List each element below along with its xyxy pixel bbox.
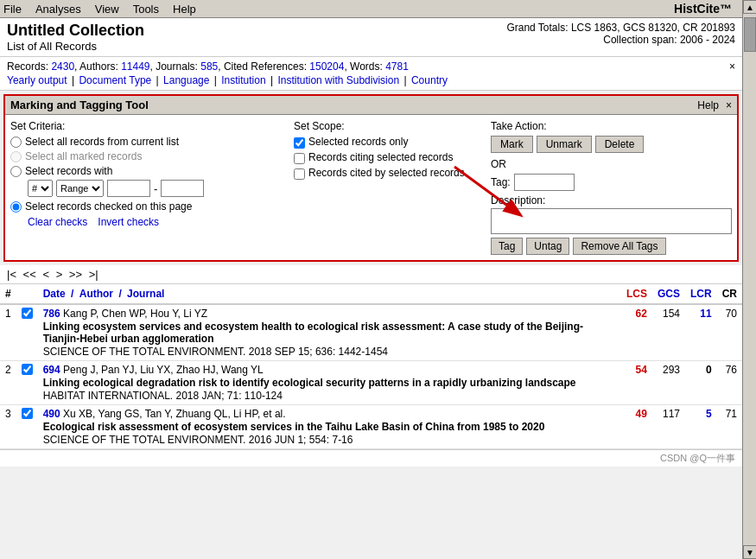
nav-prev[interactable]: <: [42, 268, 49, 281]
country-link[interactable]: Country: [411, 74, 448, 86]
record-check: [16, 304, 38, 361]
scope-label-cited-by: Records cited by selected records: [308, 167, 465, 179]
marking-tool-help-link[interactable]: Help: [697, 99, 719, 111]
menu-file[interactable]: File: [3, 3, 22, 16]
action-section: Take Action: Mark Unmark Delete OR Tag: …: [491, 120, 732, 255]
range-end-input[interactable]: [161, 180, 204, 197]
tag-action-buttons: Tag Untag Remove All Tags: [491, 238, 732, 255]
record-lcr: 11: [685, 304, 717, 361]
range-dash: -: [154, 182, 157, 195]
record-check: [16, 405, 38, 449]
institution-link[interactable]: Institution: [221, 74, 265, 86]
range-row: # Range -: [28, 180, 287, 197]
tag-row: Tag:: [491, 174, 732, 191]
record-main: 694 Peng J, Pan YJ, Liu YX, Zhao HJ, Wan…: [38, 361, 621, 405]
scroll-thumb[interactable]: [744, 17, 756, 52]
record-id-link[interactable]: 786: [43, 308, 60, 320]
criteria-radio-all-marked[interactable]: [10, 151, 22, 162]
stats-close-icon[interactable]: ×: [729, 60, 735, 73]
menu-analyses[interactable]: Analyses: [35, 3, 81, 16]
menu-view[interactable]: View: [95, 3, 119, 16]
words-link[interactable]: 4781: [385, 60, 409, 73]
range-type-select[interactable]: Range: [56, 180, 104, 197]
col-header-lcs: LCS: [621, 284, 652, 304]
record-id-link[interactable]: 490: [43, 408, 60, 420]
journals-link[interactable]: 585: [200, 60, 218, 73]
record-title: Linking ecosystem services and ecosystem…: [43, 321, 616, 345]
tag-input[interactable]: [514, 174, 575, 191]
scope-option-cited-by: Records cited by selected records: [294, 167, 484, 180]
record-gcs: 154: [652, 304, 685, 361]
stats-bar: Records: 2430, Authors: 11449, Journals:…: [0, 57, 742, 91]
record-checkbox[interactable]: [22, 308, 33, 319]
scope-checkbox-cited-by[interactable]: [294, 168, 305, 180]
record-main: 490 Xu XB, Yang GS, Tan Y, Zhuang QL, Li…: [38, 405, 621, 449]
document-type-link[interactable]: Document Type: [79, 74, 151, 86]
invert-checks-link[interactable]: Invert checks: [98, 216, 159, 228]
description-input[interactable]: [491, 208, 732, 234]
record-cr: 70: [717, 304, 742, 361]
words-label: Words:: [350, 60, 383, 73]
scope-option-selected-only: Selected records only: [294, 136, 484, 149]
nav-next-next[interactable]: >>: [69, 268, 82, 281]
col-author[interactable]: Author: [79, 288, 113, 300]
scope-label-citing: Records citing selected records: [308, 151, 453, 163]
nav-first[interactable]: |<: [7, 268, 16, 281]
table-row: 3 490 Xu XB, Yang GS, Tan Y, Zhuang QL, …: [0, 405, 742, 449]
record-checkbox[interactable]: [22, 364, 33, 375]
range-start-input[interactable]: [107, 180, 150, 197]
marking-tool-close-icon[interactable]: ×: [726, 99, 732, 111]
scroll-down-button[interactable]: ▼: [743, 545, 756, 559]
record-checkbox[interactable]: [22, 408, 33, 419]
marking-tool-body: Set Criteria: Select all records from cu…: [5, 115, 737, 260]
col-header-cr: CR: [717, 284, 742, 304]
clear-invert-row: Clear checks Invert checks: [28, 216, 287, 228]
menu-tools[interactable]: Tools: [133, 3, 159, 16]
scope-section: Set Scope: Selected records only Records…: [294, 120, 484, 255]
institution-subdivision-link[interactable]: Institution with Subdivision: [277, 74, 399, 86]
records-label: Records:: [7, 60, 48, 73]
scroll-up-button[interactable]: ▲: [743, 0, 756, 14]
record-title: Linking ecological degradation risk to i…: [43, 377, 616, 389]
col-header-gcs: GCS: [652, 284, 685, 304]
untag-button[interactable]: Untag: [526, 238, 569, 255]
record-id-link[interactable]: 694: [43, 364, 60, 376]
cited-refs-label: Cited References:: [224, 60, 307, 73]
unmark-button[interactable]: Unmark: [537, 136, 592, 153]
yearly-output-link[interactable]: Yearly output: [7, 74, 67, 86]
clear-checks-link[interactable]: Clear checks: [28, 216, 87, 228]
col-journal[interactable]: Journal: [127, 288, 164, 300]
scope-checkbox-citing[interactable]: [294, 153, 305, 164]
records-link[interactable]: 2430: [51, 60, 74, 73]
mark-button[interactable]: Mark: [491, 136, 533, 153]
nav-next[interactable]: >: [56, 268, 63, 281]
col-date[interactable]: Date: [43, 288, 66, 300]
scope-title: Set Scope:: [294, 120, 484, 132]
criteria-option-checked: Select records checked on this page: [10, 200, 287, 213]
language-link[interactable]: Language: [163, 74, 209, 86]
criteria-radio-checked[interactable]: [10, 201, 22, 213]
marking-tool-header: Marking and Tagging Tool Help ×: [5, 96, 737, 115]
col-header-date-author-journal: Date / Author / Journal: [38, 284, 621, 304]
cited-refs-link[interactable]: 150204: [309, 60, 344, 73]
col-header-lcr: LCR: [685, 284, 717, 304]
criteria-radio-all-current[interactable]: [10, 137, 22, 148]
menu-items: File Analyses View Tools Help: [3, 3, 196, 16]
scope-checkbox-selected-only[interactable]: [294, 137, 305, 149]
tag-button[interactable]: Tag: [491, 238, 523, 255]
record-authors: Kang P, Chen WP, Hou Y, Li YZ: [63, 308, 207, 320]
menu-help[interactable]: Help: [173, 3, 196, 16]
record-authors: Peng J, Pan YJ, Liu YX, Zhao HJ, Wang YL: [63, 364, 264, 376]
or-text: OR: [491, 158, 732, 170]
nav-prev-prev[interactable]: <<: [23, 268, 36, 281]
range-field-select[interactable]: #: [28, 180, 53, 197]
criteria-radio-select-with[interactable]: [10, 166, 22, 177]
nav-last[interactable]: >|: [89, 268, 98, 281]
remove-all-tags-button[interactable]: Remove All Tags: [573, 238, 665, 255]
app-brand: HistCite™: [674, 2, 732, 16]
authors-link[interactable]: 11449: [121, 60, 149, 73]
menubar: File Analyses View Tools Help HistCite™: [0, 0, 742, 18]
record-cr: 76: [717, 361, 742, 405]
delete-button[interactable]: Delete: [595, 136, 645, 153]
col-header-num: #: [0, 284, 16, 304]
